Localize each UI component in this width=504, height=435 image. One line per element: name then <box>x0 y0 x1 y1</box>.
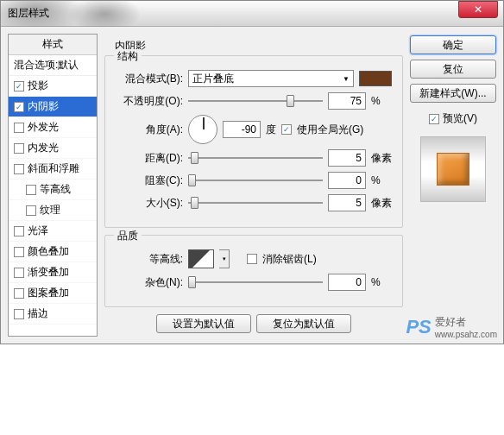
dialog-body: 样式 混合选项:默认 ✓投影✓内阴影外发光内发光斜面和浮雕等高线纹理光泽颜色叠加… <box>1 27 503 344</box>
antialias-checkbox[interactable] <box>247 254 257 264</box>
style-label: 等高线 <box>40 182 71 197</box>
close-button[interactable]: ✕ <box>458 1 498 18</box>
global-light-checkbox[interactable]: ✓ <box>281 124 292 135</box>
quality-legend: 品质 <box>114 229 142 243</box>
style-checkbox[interactable] <box>26 185 36 195</box>
preview-label: 预览(V) <box>443 111 477 126</box>
contour-dropdown-icon[interactable]: ▾ <box>219 249 230 268</box>
style-label: 斜面和浮雕 <box>28 161 79 176</box>
style-label: 图案叠加 <box>28 286 69 300</box>
style-label: 内阴影 <box>28 99 59 114</box>
noise-input[interactable] <box>328 274 366 291</box>
window-title: 图层样式 <box>8 6 49 21</box>
style-item-10[interactable]: 图案叠加 <box>9 283 97 304</box>
structure-group: 结构 混合模式(B): 正片叠底 不透明度(O): % 角度(A): 度 <box>104 55 403 228</box>
contour-label: 等高线: <box>116 252 183 267</box>
style-checkbox[interactable] <box>14 164 24 174</box>
size-slider[interactable] <box>188 196 323 210</box>
style-item-0[interactable]: ✓投影 <box>9 76 97 97</box>
choke-input[interactable] <box>328 172 366 189</box>
style-checkbox[interactable] <box>26 205 36 216</box>
preview-checkbox[interactable]: ✓ <box>429 114 439 124</box>
distance-label: 距离(D): <box>116 151 183 166</box>
size-label: 大小(S): <box>116 196 183 211</box>
action-panel: 确定 复位 新建样式(W)... ✓ 预览(V) <box>410 34 496 337</box>
style-item-5[interactable]: 等高线 <box>9 180 97 200</box>
opacity-slider[interactable] <box>188 94 323 108</box>
antialias-label: 消除锯齿(L) <box>262 252 317 267</box>
styles-list: 样式 混合选项:默认 ✓投影✓内阴影外发光内发光斜面和浮雕等高线纹理光泽颜色叠加… <box>8 34 98 337</box>
style-item-6[interactable]: 纹理 <box>9 200 97 221</box>
size-unit: 像素 <box>371 196 392 211</box>
distance-input[interactable] <box>328 149 366 167</box>
style-item-8[interactable]: 颜色叠加 <box>9 242 97 262</box>
shadow-color-swatch[interactable] <box>359 71 392 86</box>
style-item-1[interactable]: ✓内阴影 <box>9 97 97 117</box>
noise-unit: % <box>371 276 392 288</box>
style-checkbox[interactable] <box>14 123 24 133</box>
watermark-logo: PS <box>406 316 431 338</box>
style-item-3[interactable]: 内发光 <box>9 138 97 159</box>
noise-slider[interactable] <box>188 275 323 289</box>
watermark-text: 爱好者 <box>435 315 497 330</box>
angle-label: 角度(A): <box>116 123 183 137</box>
structure-legend: 结构 <box>114 49 142 64</box>
blend-mode-select[interactable]: 正片叠底 <box>188 70 354 87</box>
choke-label: 阻塞(C): <box>116 173 183 188</box>
blend-mode-label: 混合模式(B): <box>116 72 183 86</box>
noise-label: 杂色(N): <box>116 275 183 290</box>
new-style-button[interactable]: 新建样式(W)... <box>410 84 496 103</box>
set-default-button[interactable]: 设置为默认值 <box>156 314 251 333</box>
style-label: 描边 <box>28 306 48 321</box>
style-item-9[interactable]: 渐变叠加 <box>9 262 97 283</box>
style-label: 纹理 <box>40 203 60 218</box>
style-item-11[interactable]: 描边 <box>9 304 97 325</box>
global-light-label: 使用全局光(G) <box>297 123 363 137</box>
cancel-button[interactable]: 复位 <box>410 60 496 79</box>
size-input[interactable] <box>328 194 366 211</box>
panel-title: 内阴影 <box>115 39 403 54</box>
opacity-label: 不透明度(O): <box>116 94 183 109</box>
watermark-url: www.psahz.com <box>435 330 497 339</box>
layer-style-dialog: 图层样式 ✕ 样式 混合选项:默认 ✓投影✓内阴影外发光内发光斜面和浮雕等高线纹… <box>0 0 504 344</box>
preview-thumbnail <box>420 136 486 202</box>
style-label: 内发光 <box>28 141 59 155</box>
style-checkbox[interactable] <box>14 143 24 154</box>
style-checkbox[interactable]: ✓ <box>14 81 24 91</box>
style-label: 光泽 <box>28 224 48 238</box>
titlebar[interactable]: 图层样式 ✕ <box>1 1 503 27</box>
choke-unit: % <box>371 174 392 186</box>
close-icon: ✕ <box>474 3 482 16</box>
angle-input[interactable] <box>223 121 261 138</box>
quality-group: 品质 等高线: ▾ 消除锯齿(L) 杂色(N): % <box>104 235 403 307</box>
style-label: 颜色叠加 <box>28 244 69 259</box>
reset-default-button[interactable]: 复位为默认值 <box>256 314 351 333</box>
watermark: PS 爱好者 www.psahz.com <box>406 315 497 339</box>
style-label: 投影 <box>28 79 48 93</box>
distance-slider[interactable] <box>188 151 323 165</box>
style-item-7[interactable]: 光泽 <box>9 221 97 242</box>
style-checkbox[interactable]: ✓ <box>14 102 24 112</box>
style-label: 外发光 <box>28 120 59 135</box>
contour-picker[interactable] <box>188 249 214 268</box>
style-checkbox[interactable] <box>14 268 24 278</box>
opacity-input[interactable] <box>328 92 366 110</box>
blending-options[interactable]: 混合选项:默认 <box>9 55 97 76</box>
angle-unit: 度 <box>266 123 276 137</box>
angle-wheel[interactable] <box>188 115 217 144</box>
preview-cube-icon <box>437 153 469 186</box>
style-checkbox[interactable] <box>14 288 24 299</box>
choke-slider[interactable] <box>188 173 323 187</box>
styles-header[interactable]: 样式 <box>9 35 97 55</box>
ok-button[interactable]: 确定 <box>410 35 496 54</box>
style-checkbox[interactable] <box>14 247 24 257</box>
distance-unit: 像素 <box>371 151 392 166</box>
style-item-2[interactable]: 外发光 <box>9 117 97 138</box>
style-checkbox[interactable] <box>14 309 24 319</box>
style-checkbox[interactable] <box>14 226 24 236</box>
style-item-4[interactable]: 斜面和浮雕 <box>9 159 97 180</box>
style-label: 渐变叠加 <box>28 265 69 280</box>
settings-panel: 内阴影 结构 混合模式(B): 正片叠底 不透明度(O): % 角度(A): <box>103 34 405 337</box>
opacity-unit: % <box>371 95 392 107</box>
